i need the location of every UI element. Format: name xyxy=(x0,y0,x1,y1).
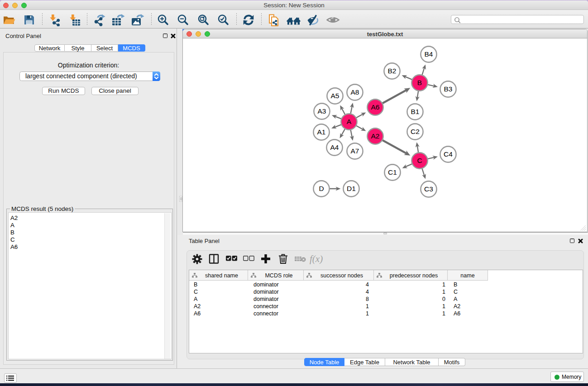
svg-text:A1: A1 xyxy=(317,128,326,136)
svg-text:A4: A4 xyxy=(330,143,339,151)
svg-text:A6: A6 xyxy=(371,103,380,111)
svg-text:A7: A7 xyxy=(351,147,359,155)
svg-text:B: B xyxy=(417,79,422,86)
svg-text:C: C xyxy=(417,157,422,164)
svg-text:B4: B4 xyxy=(425,50,433,58)
svg-text:B1: B1 xyxy=(411,108,420,115)
svg-text:A2: A2 xyxy=(371,132,380,140)
svg-text:B2: B2 xyxy=(388,67,397,75)
svg-text:C1: C1 xyxy=(388,168,397,176)
svg-text:D1: D1 xyxy=(347,185,356,192)
svg-text:C4: C4 xyxy=(444,150,453,158)
svg-text:A8: A8 xyxy=(351,88,359,96)
svg-text:B3: B3 xyxy=(444,85,453,93)
svg-text:A5: A5 xyxy=(331,92,339,100)
svg-text:C2: C2 xyxy=(411,128,420,135)
svg-text:A3: A3 xyxy=(318,107,326,115)
svg-text:A: A xyxy=(347,118,352,125)
svg-text:C3: C3 xyxy=(424,185,433,193)
svg-text:D: D xyxy=(319,185,324,192)
